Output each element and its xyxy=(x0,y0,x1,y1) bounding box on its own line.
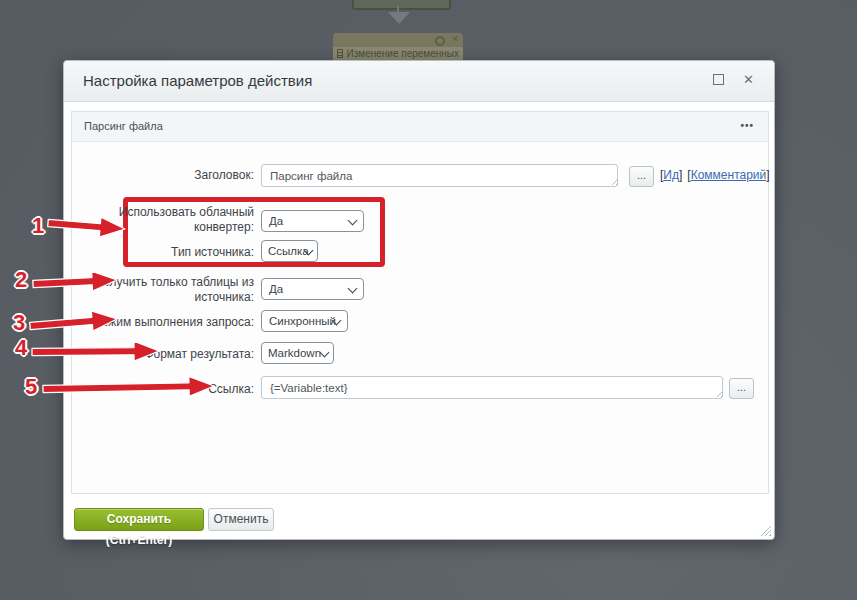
save-button[interactable]: Сохранить (Ctrl+Enter) xyxy=(74,508,204,531)
source-type-label: Тип источника: xyxy=(74,245,254,260)
annotation-number-5: 5 xyxy=(25,374,37,400)
tables-only-label: Получить только таблицы из источника: xyxy=(74,275,254,305)
request-mode-select[interactable]: Синхронный xyxy=(261,310,348,332)
cloud-converter-label: Использовать облачный конвертер: xyxy=(74,205,254,235)
request-mode-label: Режим выполнения запроса: xyxy=(74,315,254,330)
title-field-label: Заголовок: xyxy=(74,168,254,183)
dialog-titlebar: Настройка параметров действия ✕ xyxy=(64,61,774,102)
flow-arrow-down-icon xyxy=(388,12,410,24)
annotation-number-3: 3 xyxy=(13,310,25,336)
cancel-button[interactable]: Отменить xyxy=(208,508,274,531)
close-icon: ✕ xyxy=(451,34,459,44)
flow-node-header: ✕ xyxy=(333,33,463,47)
close-icon[interactable]: ✕ xyxy=(743,72,754,88)
more-menu-icon[interactable]: ••• xyxy=(740,112,754,139)
title-input[interactable] xyxy=(261,164,618,187)
cloud-converter-value: Да xyxy=(269,215,283,227)
title-links: ИдКомментарий xyxy=(660,168,775,182)
section-header: Парсинг файла ••• xyxy=(72,112,768,142)
flow-node-title-row: Изменение переменных xyxy=(333,47,463,60)
result-format-value: Markdown xyxy=(268,347,321,359)
maximize-icon[interactable] xyxy=(713,74,724,85)
id-link[interactable]: Ид xyxy=(663,168,679,182)
flow-node-change-variables: ✕ Изменение переменных xyxy=(333,33,463,60)
link-more-button[interactable]: ... xyxy=(729,378,754,399)
resize-grip[interactable] xyxy=(760,525,771,536)
result-format-select[interactable]: Markdown xyxy=(261,342,334,364)
tables-only-select[interactable]: Да xyxy=(261,278,364,300)
chevron-down-icon xyxy=(348,216,358,226)
flow-node-title: Изменение переменных xyxy=(346,48,459,59)
section-title: Парсинг файла xyxy=(84,112,163,141)
link-input[interactable] xyxy=(261,376,723,399)
source-type-select[interactable]: Ссылка xyxy=(261,240,318,262)
source-type-value: Ссылка xyxy=(268,245,309,257)
tables-only-value: Да xyxy=(269,283,283,295)
request-mode-value: Синхронный xyxy=(269,315,336,327)
title-more-button[interactable]: ... xyxy=(629,166,654,187)
annotation-number-2: 2 xyxy=(15,267,27,293)
flow-node-top xyxy=(352,0,451,10)
link-field-label: Ссылка: xyxy=(74,382,254,397)
cloud-converter-select[interactable]: Да xyxy=(261,210,364,232)
chevron-down-icon xyxy=(348,284,358,294)
action-settings-dialog: Настройка параметров действия ✕ Парсинг … xyxy=(63,60,775,540)
variables-icon xyxy=(337,49,343,58)
annotation-number-4: 4 xyxy=(15,335,27,361)
annotation-number-1: 1 xyxy=(32,213,44,239)
result-format-label: Формат результата: xyxy=(74,347,254,362)
dialog-title: Настройка параметров действия xyxy=(83,61,312,101)
gear-icon xyxy=(435,36,445,46)
comment-link[interactable]: Комментарий xyxy=(691,168,767,182)
